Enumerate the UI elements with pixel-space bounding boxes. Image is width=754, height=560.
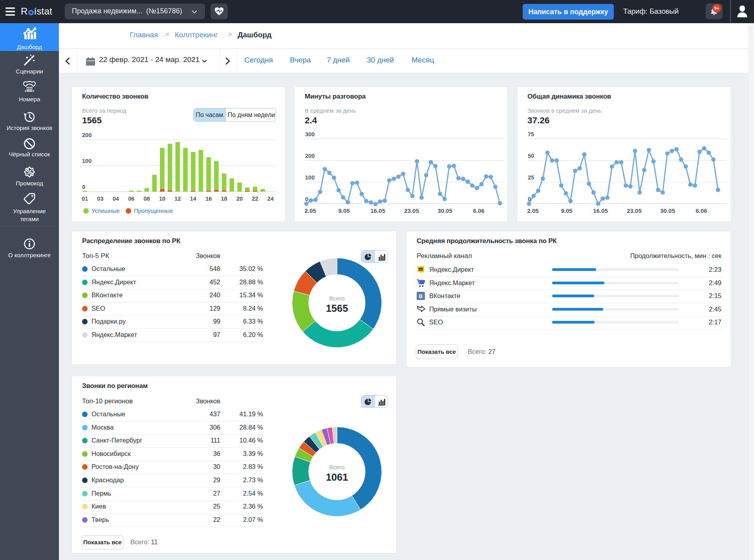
- svg-text:10: 10: [159, 196, 165, 202]
- svg-text:100: 100: [82, 158, 92, 164]
- svg-text:Успешные: Успешные: [92, 207, 120, 214]
- svg-text:200: 200: [82, 132, 92, 138]
- svg-text:2.05: 2.05: [527, 207, 538, 214]
- svg-text:23.05: 23.05: [404, 207, 419, 214]
- svg-text:Пропущенные: Пропущенные: [134, 207, 173, 214]
- svg-text:18: 18: [221, 196, 227, 202]
- svg-text:6.06: 6.06: [695, 207, 707, 214]
- svg-text:100: 100: [305, 174, 315, 181]
- svg-text:22: 22: [252, 196, 258, 202]
- svg-text:08: 08: [144, 196, 150, 202]
- svg-text:75: 75: [528, 131, 534, 137]
- svg-text:24: 24: [267, 196, 274, 202]
- svg-text:06: 06: [128, 196, 134, 202]
- svg-text:0: 0: [82, 184, 85, 190]
- svg-text:Всего: Всего: [329, 295, 344, 302]
- svg-text:03: 03: [97, 196, 103, 202]
- svg-text:1061: 1061: [326, 472, 348, 483]
- svg-text:14: 14: [190, 196, 196, 202]
- svg-text:0: 0: [305, 196, 308, 202]
- svg-text:16.05: 16.05: [593, 207, 608, 214]
- svg-text:200: 200: [305, 153, 315, 159]
- svg-text:В: В: [419, 293, 423, 299]
- svg-text:20: 20: [236, 196, 243, 202]
- svg-text:04: 04: [113, 196, 119, 202]
- svg-text:300: 300: [305, 131, 315, 137]
- svg-text:16.05: 16.05: [370, 207, 385, 214]
- svg-text:50: 50: [528, 153, 534, 159]
- svg-text:1565: 1565: [326, 303, 348, 314]
- svg-text:30.05: 30.05: [660, 207, 675, 214]
- svg-text:Всего: Всего: [329, 464, 344, 470]
- svg-text:16: 16: [205, 196, 212, 202]
- svg-text:01: 01: [82, 196, 88, 202]
- svg-text:30.05: 30.05: [437, 207, 452, 214]
- svg-text:23.05: 23.05: [627, 207, 642, 214]
- svg-text:9.05: 9.05: [561, 207, 572, 214]
- svg-text:12: 12: [174, 196, 181, 202]
- svg-text:25: 25: [528, 174, 534, 181]
- svg-text:2.05: 2.05: [304, 207, 316, 214]
- svg-text:9.05: 9.05: [338, 207, 350, 214]
- svg-text:6.06: 6.06: [473, 207, 484, 214]
